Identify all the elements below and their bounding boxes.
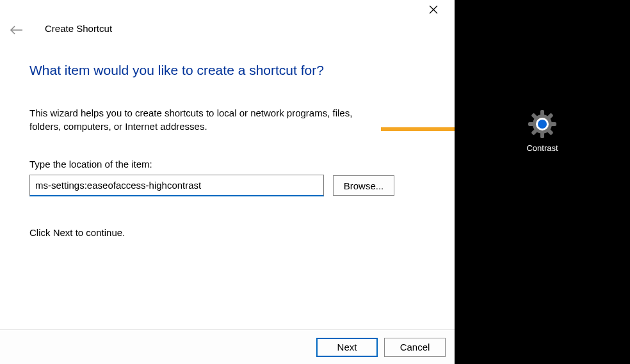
continue-hint: Click Next to continue. [29,227,426,238]
location-row: Browse... [29,175,426,196]
wizard-content: What item would you like to create a sho… [29,63,426,238]
back-arrow-icon [10,25,24,35]
wizard-description: This wizard helps you to create shortcut… [29,106,375,133]
desktop-panel: Contrast [455,0,630,364]
close-button[interactable] [424,1,443,18]
wizard-title: Create Shortcut [45,23,112,34]
close-icon [429,5,438,14]
location-input[interactable] [29,175,324,196]
page-heading: What item would you like to create a sho… [29,63,426,78]
settings-gear-icon [527,109,558,139]
svg-point-15 [538,120,547,129]
browse-button[interactable]: Browse... [333,175,394,196]
location-label: Type the location of the item: [29,159,426,170]
wizard-footer: Next Cancel [0,329,455,364]
back-button[interactable] [8,23,26,37]
desktop-shortcut[interactable]: Contrast [513,109,571,153]
cancel-button[interactable]: Cancel [384,338,446,357]
create-shortcut-wizard: Create Shortcut What item would you like… [0,0,455,364]
shortcut-label: Contrast [513,143,571,153]
next-button[interactable]: Next [316,338,378,357]
